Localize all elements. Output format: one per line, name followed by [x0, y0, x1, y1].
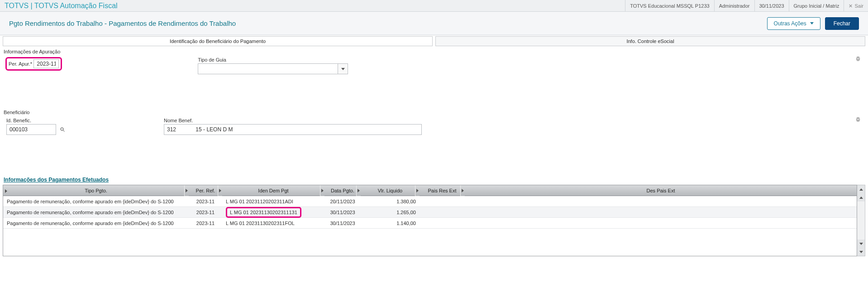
- payments-grid-wrap: Tipo Pgto. Per. Ref. Iden Dem Pgt Data P…: [3, 185, 865, 256]
- table-row[interactable]: Pagamento de remuneração, conforme apura…: [3, 218, 857, 229]
- other-actions-label: Outras Ações: [774, 20, 806, 27]
- page-title: Pgto Rendimentos do Trabalho - Pagamento…: [9, 19, 767, 27]
- scroll-down-icon[interactable]: [857, 248, 865, 256]
- section-beneficiario: Id. Benefic. Nome Benef.: [3, 117, 865, 136]
- cell-vlr: 1.140,00: [361, 221, 420, 226]
- id-benefic-search[interactable]: [56, 124, 69, 135]
- tipo-guia-dropdown[interactable]: [338, 63, 348, 74]
- cell-vlr: 1.380,00: [361, 199, 420, 204]
- svg-point-6: [61, 128, 63, 130]
- id-benefic-input[interactable]: [6, 124, 56, 135]
- title-bar: Pgto Rendimentos do Trabalho - Pagamento…: [0, 12, 868, 35]
- print-icon[interactable]: [855, 56, 861, 63]
- payments-title: Informações dos Pagamentos Efetuados: [4, 177, 865, 183]
- scroll-down-icon[interactable]: [857, 240, 865, 248]
- col-per-header[interactable]: Per. Ref.: [189, 185, 222, 196]
- svg-rect-1: [857, 57, 859, 58]
- resize-handle[interactable]: [356, 185, 361, 196]
- cell-tipo: Pagamento de remuneração, conforme apura…: [3, 210, 189, 215]
- main-content: Identificação do Beneficiário do Pagamen…: [0, 35, 868, 307]
- tipo-guia-label: Tipo de Guia: [198, 57, 348, 62]
- cell-iden: L MG 01 20231120202311ADI: [222, 199, 324, 204]
- cell-data: 30/11/2023: [324, 210, 361, 215]
- resize-handle[interactable]: [460, 185, 465, 196]
- per-apur-input[interactable]: [33, 59, 59, 68]
- print-icon[interactable]: [855, 117, 861, 124]
- chevron-down-icon: [341, 68, 345, 70]
- per-apur-label: Per. Apur.*: [9, 61, 32, 67]
- chevron-down-icon: [810, 22, 814, 24]
- iden-highlight: L MG 01 20231130202311131: [226, 207, 301, 218]
- scroll-up-icon[interactable]: [857, 185, 865, 193]
- tabs-row: Identificação do Beneficiário do Pagamen…: [3, 36, 865, 46]
- app-title: TOTVS | TOTVS Automação Fiscal: [0, 2, 122, 10]
- top-info: TOTVS Educacional MSSQL P1233 Administra…: [625, 0, 868, 12]
- section-info-apuracao: Per. Apur.* Tipo de Guia: [3, 56, 865, 75]
- svg-rect-4: [857, 118, 859, 119]
- grid-header: Tipo Pgto. Per. Ref. Iden Dem Pgt Data P…: [3, 185, 857, 196]
- col-des-header[interactable]: Des Pais Ext: [465, 185, 857, 196]
- resize-handle[interactable]: [415, 185, 420, 196]
- cell-iden: L MG 01 20231130202311131: [222, 207, 324, 218]
- resize-handle[interactable]: [218, 185, 222, 196]
- grid-scrollbar[interactable]: [857, 185, 865, 256]
- svg-line-7: [63, 130, 65, 132]
- other-actions-button[interactable]: Outras Ações: [767, 17, 820, 30]
- exit-button[interactable]: ✕ Sair: [844, 0, 868, 12]
- top-bar: TOTVS | TOTVS Automação Fiscal TOTVS Edu…: [0, 0, 868, 12]
- section-info-apuracao-label: Informações de Apuração: [4, 49, 865, 54]
- resize-handle[interactable]: [184, 185, 189, 196]
- cell-data: 30/11/2023: [324, 221, 361, 226]
- resize-handle[interactable]: [320, 185, 324, 196]
- col-tipo-header[interactable]: Tipo Pgto.: [3, 185, 189, 196]
- cell-vlr: 1.265,00: [361, 210, 420, 215]
- tipo-guia-input[interactable]: [198, 63, 338, 74]
- cell-tipo: Pagamento de remuneração, conforme apura…: [3, 199, 189, 204]
- id-benefic-label: Id. Benefic.: [6, 118, 69, 123]
- group-label: Grupo Inicial / Matriz: [789, 0, 844, 12]
- cell-per: 2023-11: [189, 210, 222, 215]
- cell-per: 2023-11: [189, 221, 222, 226]
- search-icon: [60, 127, 65, 132]
- col-vlr-header[interactable]: Vlr. Liquido: [361, 185, 420, 196]
- nome-benef-label: Nome Benef.: [164, 118, 422, 123]
- table-row[interactable]: Pagamento de remuneração, conforme apura…: [3, 196, 857, 207]
- tab-esocial[interactable]: Info. Controle eSocial: [435, 36, 865, 46]
- tab-identificacao[interactable]: Identificação do Beneficiário do Pagamen…: [3, 36, 433, 46]
- nome-benef-input[interactable]: [164, 124, 422, 135]
- env-label: TOTVS Educacional MSSQL P1233: [625, 0, 714, 12]
- cell-data: 20/11/2023: [324, 199, 361, 204]
- col-iden-header[interactable]: Iden Dem Pgt: [222, 185, 324, 196]
- per-apur-highlight: Per. Apur.*: [5, 57, 62, 71]
- scroll-up-icon[interactable]: [857, 193, 865, 201]
- cell-tipo: Pagamento de remuneração, conforme apura…: [3, 221, 189, 226]
- cell-per: 2023-11: [189, 199, 222, 204]
- close-button[interactable]: Fechar: [825, 17, 859, 30]
- cell-iden: L MG 01 20231130202311FOL: [222, 221, 324, 226]
- section-beneficiario-label: Beneficiário: [4, 110, 865, 115]
- col-pais-header[interactable]: Pais Res Ext: [420, 185, 465, 196]
- close-icon: ✕: [849, 0, 853, 12]
- exit-label: Sair: [854, 0, 863, 12]
- resize-icon: [5, 189, 7, 193]
- table-row[interactable]: Pagamento de remuneração, conforme apura…: [3, 207, 857, 218]
- user-label: Administrador: [714, 0, 754, 12]
- date-label: 30/11/2023: [754, 0, 789, 12]
- col-data-header[interactable]: Data Pgto.: [324, 185, 361, 196]
- payments-grid: Tipo Pgto. Per. Ref. Iden Dem Pgt Data P…: [3, 185, 857, 256]
